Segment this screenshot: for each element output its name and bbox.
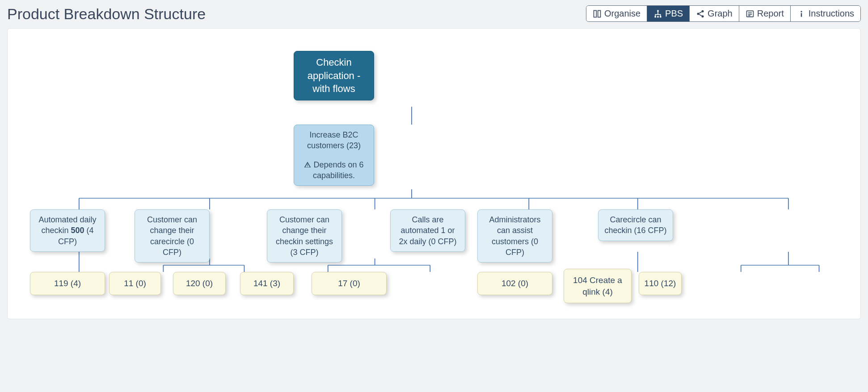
pbs-diagram: Checkin application - with flows Increas…: [21, 46, 847, 296]
goal-warning-text: Depends on 6 capabilities.: [313, 160, 364, 180]
leaf-node[interactable]: 120 (0): [173, 272, 226, 295]
layout-icon: [593, 9, 602, 18]
goal-label: Increase B2C customers (23): [299, 129, 368, 151]
pbs-label: PBS: [665, 8, 683, 19]
leaf-node[interactable]: 104 Create a qlink (4): [564, 269, 632, 303]
leaf-node[interactable]: 119 (4): [30, 272, 105, 295]
svg-rect-3: [655, 16, 656, 17]
report-label: Report: [757, 8, 784, 19]
capability-node[interactable]: Administrators can assist customers (0 C…: [477, 209, 552, 263]
leaf-label: 102 (0): [501, 279, 528, 288]
goal-warning: Depends on 6 capabilities.: [299, 159, 368, 181]
leaf-label: 141 (3): [253, 279, 280, 288]
leaf-label: 104 Create a qlink (4): [573, 275, 622, 296]
share-icon: [696, 9, 705, 18]
leaf-node[interactable]: 17 (0): [312, 272, 387, 295]
instructions-label: Instructions: [809, 8, 854, 19]
cap-label: Calls are automated 1 or 2x daily (0 CFP…: [399, 215, 456, 246]
instructions-button[interactable]: Instructions: [791, 6, 860, 21]
svg-rect-4: [657, 16, 658, 17]
leaf-label: 11 (0): [124, 279, 146, 288]
svg-rect-14: [801, 13, 802, 17]
svg-point-8: [702, 15, 704, 17]
leaf-label: 17 (0): [338, 279, 360, 288]
cap-bold: 500: [71, 226, 84, 235]
capability-node[interactable]: Carecircle can checkin (16 CFP): [598, 209, 673, 241]
root-node[interactable]: Checkin application - with flows: [294, 51, 374, 100]
capability-node[interactable]: Customer can change their carecircle (0 …: [135, 209, 210, 263]
cap-label: Administrators can assist customers (0 C…: [489, 215, 540, 257]
report-button[interactable]: Report: [739, 6, 791, 21]
svg-rect-2: [657, 10, 658, 11]
cap-label: Customer can change their checkin settin…: [276, 215, 333, 257]
capability-node[interactable]: Automated daily checkin 500 (4 CFP): [30, 209, 105, 252]
goal-node[interactable]: Increase B2C customers (23) Depends on 6…: [294, 125, 374, 186]
svg-point-13: [801, 11, 802, 12]
sitemap-icon: [653, 9, 662, 18]
root-label: Checkin application - with flows: [308, 57, 361, 94]
svg-point-7: [697, 13, 699, 15]
svg-rect-5: [660, 16, 661, 17]
leaf-node[interactable]: 110 (12): [639, 272, 682, 295]
warning-icon: [304, 161, 311, 168]
capability-node[interactable]: Calls are automated 1 or 2x daily (0 CFP…: [390, 209, 465, 252]
info-icon: [797, 9, 806, 18]
page-title: Product Breakdown Structure: [7, 5, 206, 23]
leaf-node[interactable]: 11 (0): [109, 272, 161, 295]
cap-label: Customer can change their carecircle (0 …: [147, 215, 197, 257]
svg-point-6: [702, 10, 704, 12]
graph-label: Graph: [708, 8, 733, 19]
leaf-node[interactable]: 102 (0): [477, 272, 552, 295]
graph-button[interactable]: Graph: [690, 6, 739, 21]
list-icon: [746, 9, 754, 18]
cap-label: Carecircle can checkin (16 CFP): [604, 215, 666, 235]
pbs-button[interactable]: PBS: [647, 6, 690, 21]
organise-label: Organise: [604, 8, 640, 19]
svg-rect-1: [598, 10, 601, 17]
organise-button[interactable]: Organise: [586, 6, 647, 21]
capability-node[interactable]: Customer can change their checkin settin…: [267, 209, 342, 263]
leaf-label: 110 (12): [645, 279, 676, 288]
leaf-label: 119 (4): [54, 279, 81, 288]
svg-rect-0: [594, 10, 596, 17]
leaf-label: 120 (0): [186, 279, 213, 288]
leaf-node[interactable]: 141 (3): [240, 272, 294, 295]
view-toolbar: Organise PBS Graph Report Instructions: [586, 5, 861, 22]
diagram-canvas: Checkin application - with flows Increas…: [7, 28, 861, 319]
